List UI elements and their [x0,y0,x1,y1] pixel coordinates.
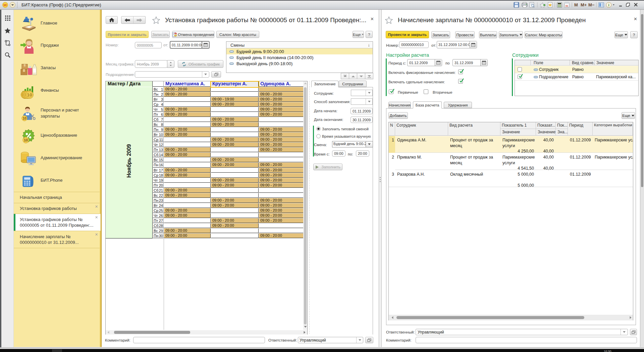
svg-text:31: 31 [566,4,569,7]
svg-text:10: 10 [24,138,28,142]
svg-text:M+: M+ [581,2,587,7]
svg-text:i: i [608,3,609,7]
svg-text:10: 10 [22,117,26,120]
svg-text:1С: 1С [3,3,7,7]
svg-text:10: 10 [27,92,32,97]
svg-text:M: M [574,2,578,7]
svg-text:M−: M− [588,2,595,7]
